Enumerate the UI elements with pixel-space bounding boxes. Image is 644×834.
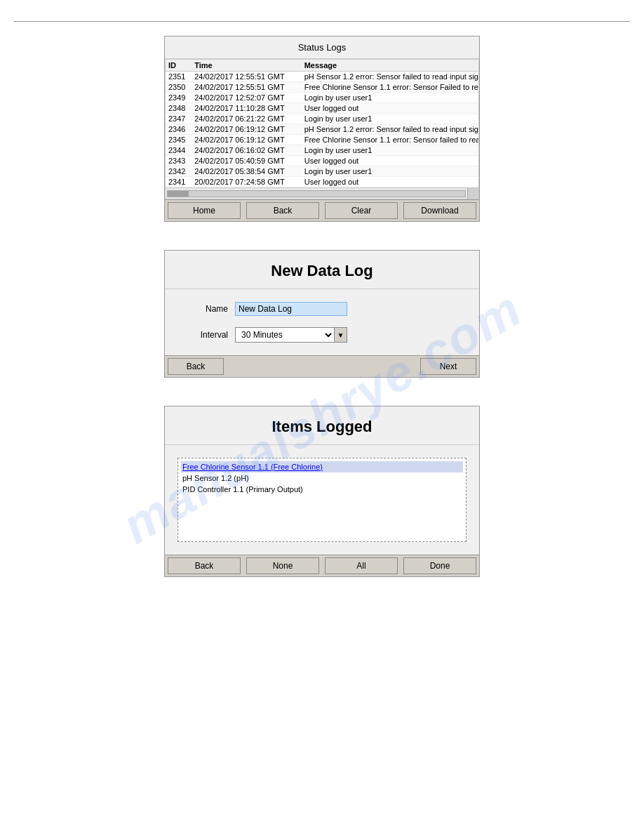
table-row: 234924/02/2017 12:52:07 GMTLogin by user…	[166, 93, 478, 103]
new-data-log-back-button[interactable]: Back	[168, 358, 224, 375]
table-cell-message: Login by user user1	[302, 145, 478, 156]
items-logged-body: Free Chlorine Sensor 1.1 (Free Chlorine)…	[165, 445, 479, 555]
select-dropdown-arrow-icon[interactable]: ▼	[334, 328, 347, 342]
table-cell-id: 2347	[166, 114, 192, 124]
table-cell-message: pH Sensor 1.2 error: Sensor failed to re…	[302, 72, 478, 82]
table-cell-id: 2345	[166, 135, 192, 145]
items-none-button[interactable]: None	[246, 557, 319, 574]
items-back-button[interactable]: Back	[168, 557, 241, 574]
list-item[interactable]: Free Chlorine Sensor 1.1 (Free Chlorine)	[181, 461, 463, 472]
table-cell-message: User logged out	[302, 177, 478, 187]
table-cell-message: Free Chlorine Sensor 1.1 error: Sensor f…	[302, 135, 478, 145]
items-logged-panel: Items Logged Free Chlorine Sensor 1.1 (F…	[164, 406, 480, 577]
new-data-log-next-button[interactable]: Next	[420, 358, 476, 375]
table-cell-time: 24/02/2017 11:10:28 GMT	[192, 103, 301, 114]
table-cell-id: 2351	[166, 72, 192, 82]
table-cell-message: User logged out	[302, 103, 478, 114]
table-row: 234524/02/2017 06:19:12 GMTFree Chlorine…	[166, 135, 478, 145]
table-cell-time: 24/02/2017 06:21:22 GMT	[192, 114, 301, 124]
interval-select[interactable]: 5 Minutes10 Minutes15 Minutes30 Minutes1…	[236, 328, 334, 342]
name-row: Name	[172, 296, 472, 322]
new-data-log-body: Name Interval 5 Minutes10 Minutes15 Minu…	[165, 289, 479, 355]
status-logs-table: ID Time Message 235124/02/2017 12:55:51 …	[166, 60, 478, 187]
col-header-message: Message	[302, 60, 478, 72]
table-cell-time: 24/02/2017 05:40:59 GMT	[192, 156, 301, 166]
scrollbar-track[interactable]	[167, 190, 466, 197]
new-data-log-button-bar: Back Next	[165, 355, 479, 377]
status-logs-table-wrapper: ID Time Message 235124/02/2017 12:55:51 …	[165, 59, 479, 199]
list-item[interactable]: pH Sensor 1.2 (pH)	[181, 472, 463, 484]
list-item[interactable]: PID Controller 1.1 (Primary Output)	[181, 484, 463, 495]
table-row: 234120/02/2017 07:24:58 GMTUser logged o…	[166, 177, 478, 187]
items-logged-title: Items Logged	[165, 406, 479, 445]
table-row: 234624/02/2017 06:19:12 GMTpH Sensor 1.2…	[166, 124, 478, 135]
items-done-button[interactable]: Done	[403, 557, 476, 574]
scrollbar-thumb[interactable]	[168, 191, 189, 197]
table-row: 234424/02/2017 06:16:02 GMTLogin by user…	[166, 145, 478, 156]
col-header-id: ID	[166, 60, 192, 72]
table-row: 234824/02/2017 11:10:28 GMTUser logged o…	[166, 103, 478, 114]
table-cell-message: Login by user user1	[302, 114, 478, 124]
back-button[interactable]: Back	[246, 202, 319, 219]
interval-row: Interval 5 Minutes10 Minutes15 Minutes30…	[172, 322, 472, 348]
table-cell-id: 2343	[166, 156, 192, 166]
scrollbar-end[interactable]	[467, 188, 478, 199]
table-cell-message: User logged out	[302, 156, 478, 166]
status-logs-title: Status Logs	[165, 37, 479, 59]
table-cell-message: Login by user user1	[302, 93, 478, 103]
table-cell-time: 20/02/2017 07:24:58 GMT	[192, 177, 301, 187]
col-header-time: Time	[192, 60, 301, 72]
table-cell-time: 24/02/2017 12:55:51 GMT	[192, 82, 301, 93]
table-cell-time: 24/02/2017 12:55:51 GMT	[192, 72, 301, 82]
table-cell-id: 2349	[166, 93, 192, 103]
table-row: 235124/02/2017 12:55:51 GMTpH Sensor 1.2…	[166, 72, 478, 82]
table-cell-time: 24/02/2017 06:19:12 GMT	[192, 135, 301, 145]
table-cell-id: 2342	[166, 166, 192, 177]
interval-select-wrapper: 5 Minutes10 Minutes15 Minutes30 Minutes1…	[235, 327, 347, 343]
name-input[interactable]	[235, 302, 347, 316]
table-cell-time: 24/02/2017 06:19:12 GMT	[192, 124, 301, 135]
interval-label: Interval	[186, 330, 235, 340]
table-cell-id: 2341	[166, 177, 192, 187]
table-cell-message: pH Sensor 1.2 error: Sensor failed to re…	[302, 124, 478, 135]
table-cell-id: 2348	[166, 103, 192, 114]
clear-button[interactable]: Clear	[325, 202, 398, 219]
scrollbar-area[interactable]	[166, 187, 478, 199]
new-data-log-title: New Data Log	[165, 251, 479, 289]
items-logged-button-bar: Back None All Done	[165, 555, 479, 576]
table-row: 235024/02/2017 12:55:51 GMTFree Chlorine…	[166, 82, 478, 93]
items-all-button[interactable]: All	[325, 557, 398, 574]
table-cell-id: 2344	[166, 145, 192, 156]
table-row: 234724/02/2017 06:21:22 GMTLogin by user…	[166, 114, 478, 124]
status-logs-button-bar: Home Back Clear Download	[165, 199, 479, 221]
table-cell-time: 24/02/2017 05:38:54 GMT	[192, 166, 301, 177]
items-list: Free Chlorine Sensor 1.1 (Free Chlorine)…	[177, 458, 467, 542]
status-logs-panel: Status Logs ID Time Message 235124/02/20…	[164, 36, 480, 222]
page-divider-top	[14, 21, 630, 22]
download-button[interactable]: Download	[403, 202, 476, 219]
table-cell-message: Free Chlorine Sensor 1.1 error: Sensor F…	[302, 82, 478, 93]
name-label: Name	[186, 304, 235, 314]
table-cell-id: 2350	[166, 82, 192, 93]
table-cell-time: 24/02/2017 06:16:02 GMT	[192, 145, 301, 156]
table-cell-id: 2346	[166, 124, 192, 135]
home-button[interactable]: Home	[168, 202, 241, 219]
table-row: 234224/02/2017 05:38:54 GMTLogin by user…	[166, 166, 478, 177]
table-cell-message: Login by user user1	[302, 166, 478, 177]
table-row: 234324/02/2017 05:40:59 GMTUser logged o…	[166, 156, 478, 166]
new-data-log-panel: New Data Log Name Interval 5 Minutes10 M…	[164, 250, 480, 378]
table-cell-time: 24/02/2017 12:52:07 GMT	[192, 93, 301, 103]
